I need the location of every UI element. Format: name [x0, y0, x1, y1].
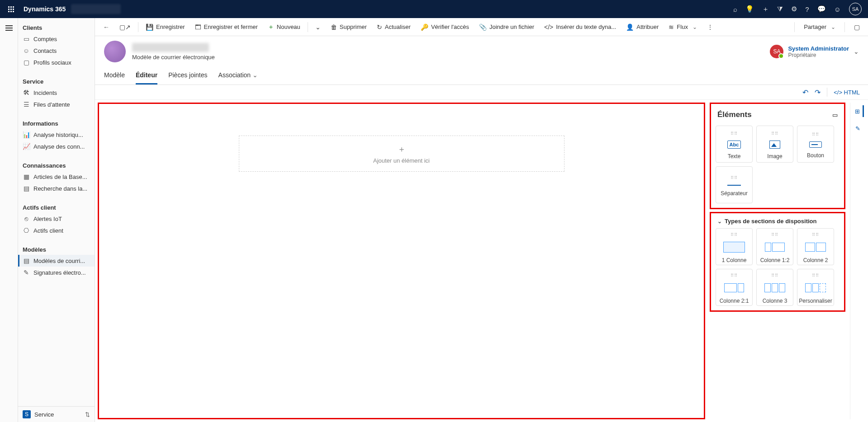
- element-text[interactable]: ⠿⠿ Abc Texte: [716, 126, 753, 163]
- global-top-bar: Dynamics 365 ⌕ 💡 ＋ ⧩ ⚙ ? 💬 ☺ SA: [0, 0, 868, 18]
- nav-item-label: Alertes IoT: [33, 216, 62, 222]
- nav-group-clients: Clients: [18, 21, 95, 33]
- tile-label: Colonne 3: [763, 298, 787, 304]
- nav-item-social-profiles[interactable]: ▢Profils sociaux: [18, 56, 95, 68]
- new-split-button[interactable]: ⌄: [311, 21, 325, 33]
- layout-custom[interactable]: ⠿⠿ Personnaliser: [797, 269, 834, 306]
- nav-item-label: Analyse des conn...: [33, 143, 85, 150]
- new-button[interactable]: ＋Nouveau: [263, 20, 305, 34]
- settings-tools-button[interactable]: ✎: [852, 122, 864, 134]
- empty-drop-zone[interactable]: ＋ Ajouter un élément ici: [239, 136, 564, 172]
- nav-item-label: Contacts: [33, 47, 57, 54]
- refresh-icon: ↻: [377, 23, 382, 31]
- nav-item-incidents[interactable]: 🛠Incidents: [18, 87, 95, 98]
- plus-icon[interactable]: ＋: [762, 5, 769, 14]
- tab-association[interactable]: Association: [218, 67, 258, 84]
- cmd-label: Nouveau: [277, 23, 300, 30]
- screen-icon[interactable]: ▭: [832, 112, 838, 118]
- tab-editor[interactable]: Éditeur: [136, 67, 157, 84]
- more-icon: ⋮: [707, 23, 713, 31]
- help-icon[interactable]: ?: [805, 5, 809, 13]
- nav-toggle-button[interactable]: [3, 23, 15, 33]
- chart-icon: 📈: [23, 143, 30, 150]
- nav-item-iot-alerts[interactable]: ⎋Alertes IoT: [18, 213, 95, 225]
- lightbulb-icon[interactable]: 💡: [745, 5, 754, 13]
- chevron-down-icon[interactable]: ⌄: [717, 218, 722, 225]
- cmd-label: Supprimer: [340, 23, 367, 30]
- back-icon: ←: [103, 23, 109, 31]
- code-icon: </>: [544, 23, 553, 31]
- attach-file-button[interactable]: 📎Joindre un fichier: [474, 21, 539, 33]
- insert-dynamic-button[interactable]: </>Insérer du texte dyna...: [540, 21, 621, 33]
- nav-item-label: Analyse historiqu...: [33, 131, 83, 138]
- nav-item-email-templates[interactable]: ▤Modèles de courri...: [18, 255, 95, 267]
- record-subtitle: Modèle de courrier électronique: [132, 54, 215, 61]
- nav-item-accounts[interactable]: ▭Comptes: [18, 33, 95, 45]
- elements-tools-button[interactable]: ⊞: [852, 105, 864, 117]
- save-close-button[interactable]: 🗔Enregistrer et fermer: [190, 21, 262, 33]
- gear-icon[interactable]: ⚙: [791, 5, 797, 13]
- nav-item-knowledge-analytics[interactable]: 📈Analyse des conn...: [18, 141, 95, 152]
- undo-button[interactable]: ↶: [802, 88, 808, 97]
- layouts-panel: ⌄ Types de sections de disposition ⠿⠿ 1 …: [710, 212, 845, 312]
- flow-button[interactable]: ≋Flux: [664, 21, 702, 33]
- image-icon: [769, 141, 780, 149]
- wrench-icon: 🛠: [23, 89, 30, 96]
- filter-icon[interactable]: ⧩: [777, 5, 783, 13]
- paperclip-icon: 📎: [479, 23, 487, 31]
- owner-block[interactable]: SA System Administrator Propriétaire ⌄: [770, 45, 859, 58]
- app-launcher-button[interactable]: [4, 6, 18, 12]
- smile-icon[interactable]: ☺: [834, 5, 841, 13]
- nav-item-contacts[interactable]: ☺Contacts: [18, 45, 95, 56]
- nav-item-email-signatures[interactable]: ✎Signatures électro...: [18, 267, 95, 278]
- redo-button[interactable]: ↷: [815, 88, 821, 97]
- canvas-area[interactable]: ＋ Ajouter un élément ici: [98, 103, 705, 419]
- grip-icon: ⠿⠿: [812, 232, 819, 237]
- refresh-button[interactable]: ↻Actualiser: [372, 21, 415, 33]
- button-icon: [809, 141, 822, 148]
- custom-icon: [805, 282, 826, 293]
- nav-item-label: Modèles de courri...: [33, 258, 85, 264]
- check-access-button[interactable]: 🔑Vérifier l'accès: [416, 21, 474, 33]
- nav-item-historical-analytics[interactable]: 📊Analyse historiqu...: [18, 129, 95, 141]
- user-avatar[interactable]: SA: [849, 3, 862, 15]
- layout-column-1-2[interactable]: ⠿⠿ Colonne 1:2: [756, 228, 793, 265]
- chat-icon[interactable]: 💬: [817, 5, 826, 13]
- overflow-button[interactable]: ⋮: [702, 21, 718, 33]
- cmd-label: Enregistrer et fermer: [204, 23, 258, 30]
- share-button[interactable]: Partager: [799, 21, 840, 33]
- grip-icon: ⠿⠿: [730, 131, 738, 136]
- layout-column-2-1[interactable]: ⠿⠿ Colonne 2:1: [716, 269, 753, 306]
- nav-item-customer-assets[interactable]: ⎔Actifs client: [18, 225, 95, 236]
- cmd-label: Joindre un fichier: [489, 23, 534, 30]
- html-view-button[interactable]: </> HTML: [834, 89, 860, 96]
- nav-item-kb-search[interactable]: ▤Recherche dans la...: [18, 183, 95, 194]
- editor-body: ＋ Ajouter un élément ici Éléments ▭ ⠿⠿ A…: [95, 100, 868, 422]
- nav-item-kb-articles[interactable]: ▦Articles de la Base...: [18, 171, 95, 183]
- layout-column-3[interactable]: ⠿⠿ Colonne 3: [756, 269, 793, 306]
- tab-attachments[interactable]: Pièces jointes: [168, 67, 207, 84]
- grip-icon: ⠿⠿: [771, 273, 778, 278]
- grip-icon: ⠿⠿: [730, 175, 738, 180]
- chevron-down-icon[interactable]: ⌄: [854, 48, 859, 55]
- cmd-label: Actualiser: [385, 23, 411, 30]
- command-bar: ← ▢↗ 💾Enregistrer 🗔Enregistrer et fermer…: [95, 18, 868, 36]
- search-icon[interactable]: ⌕: [733, 5, 737, 13]
- nav-item-queues[interactable]: ☰Files d'attente: [18, 98, 95, 110]
- record-header: Modèle de courrier électronique SA Syste…: [95, 36, 868, 67]
- element-image[interactable]: ⠿⠿ Image: [756, 126, 793, 163]
- save-button[interactable]: 💾Enregistrer: [141, 21, 190, 33]
- delete-button[interactable]: 🗑Supprimer: [326, 21, 371, 33]
- element-button[interactable]: ⠿⠿ Bouton: [797, 126, 834, 163]
- open-new-window-button[interactable]: ▢↗: [115, 21, 135, 33]
- layout-column-2[interactable]: ⠿⠿ Colonne 2: [797, 228, 834, 265]
- area-label: Service: [34, 411, 54, 418]
- element-divider[interactable]: ⠿⠿ Séparateur: [716, 166, 753, 203]
- tab-model[interactable]: Modèle: [104, 67, 125, 84]
- back-button[interactable]: ←: [99, 21, 114, 33]
- area-switcher[interactable]: S Service ⇅: [18, 406, 95, 422]
- copilot-pane-button[interactable]: ▢: [849, 21, 864, 33]
- assign-button[interactable]: 👤Attribuer: [621, 21, 663, 33]
- layout-1-column[interactable]: ⠿⠿ 1 Colonne: [716, 228, 753, 265]
- cmd-label: Attribuer: [636, 23, 659, 30]
